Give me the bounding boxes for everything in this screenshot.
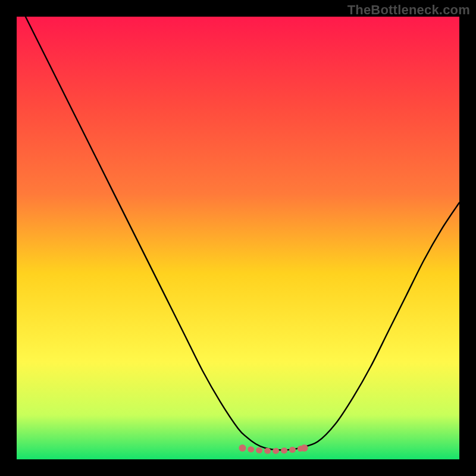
chart-frame: TheBottleneck.com: [0, 0, 476, 476]
plot-area: [17, 17, 459, 459]
chart-svg: [17, 17, 459, 459]
plateau-end-dot: [301, 444, 308, 452]
gradient-background: [17, 17, 459, 459]
plateau-end-dot: [239, 444, 246, 452]
watermark-text: TheBottleneck.com: [347, 2, 470, 18]
